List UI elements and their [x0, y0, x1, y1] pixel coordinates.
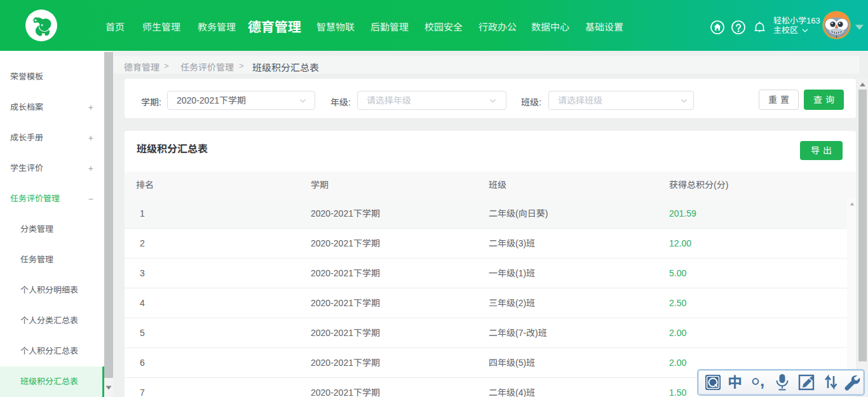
svg-text:,: , — [760, 371, 764, 390]
svg-text:中: 中 — [728, 370, 742, 392]
